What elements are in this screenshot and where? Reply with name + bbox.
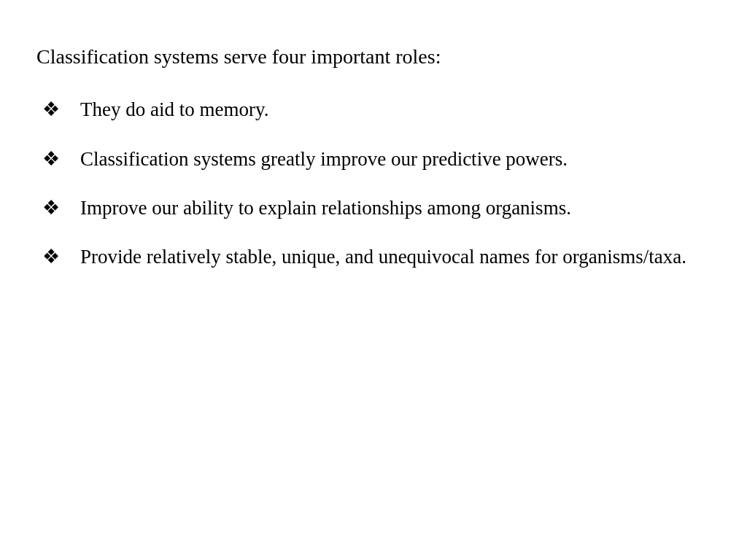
bullet-item-3: Improve our ability to explain relations… [80,194,711,222]
bullet-text-3: Improve our ability to explain relations… [80,197,571,219]
bullet-list: They do aid to memory. Classification sy… [36,96,711,271]
bullet-text-2: Classification systems greatly improve o… [80,148,568,170]
bullet-text-4: Provide relatively stable, unique, and u… [80,246,686,268]
main-heading: Classification systems serve four import… [36,44,711,70]
bullet-item-4: Provide relatively stable, unique, and u… [80,243,711,271]
bullet-item-1: They do aid to memory. [80,96,711,124]
slide: Classification systems serve four import… [0,0,747,560]
bullet-text-1: They do aid to memory. [80,98,268,120]
bullet-item-2: Classification systems greatly improve o… [80,145,711,174]
